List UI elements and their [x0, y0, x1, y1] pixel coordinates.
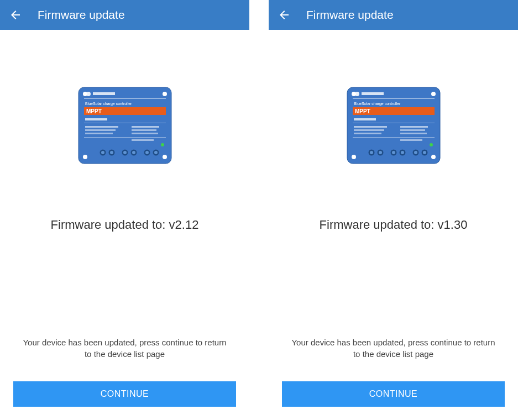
svg-point-24	[132, 151, 135, 154]
svg-point-18	[101, 151, 104, 154]
svg-rect-40	[353, 123, 435, 123]
device-image: BlueSolar charge controller MPPT	[76, 85, 174, 166]
svg-rect-11	[132, 129, 156, 131]
svg-point-29	[83, 92, 87, 96]
svg-point-20	[110, 151, 113, 154]
updated-heading: Firmware updated to: v1.30	[320, 218, 468, 232]
device-model-text: MPPT	[355, 108, 370, 114]
svg-point-22	[123, 151, 127, 154]
svg-point-16	[161, 143, 164, 146]
device-brand-text: BlueSolar charge controller	[354, 102, 401, 106]
svg-rect-43	[354, 129, 384, 131]
svg-rect-12	[85, 133, 113, 134]
svg-rect-14	[84, 137, 166, 138]
svg-rect-47	[353, 137, 435, 138]
svg-rect-39	[354, 118, 376, 120]
svg-point-51	[370, 151, 373, 154]
page-title: Firmware update	[306, 8, 394, 22]
svg-rect-9	[132, 126, 159, 128]
updated-heading: Firmware updated to: v2.12	[51, 218, 199, 232]
svg-rect-8	[85, 126, 118, 128]
svg-rect-36	[362, 92, 384, 95]
svg-rect-7	[84, 123, 166, 123]
device-image: BlueSolar charge controller MPPT	[345, 85, 442, 166]
svg-point-65	[431, 155, 436, 159]
svg-rect-6	[85, 118, 107, 120]
screen-left: Firmware update BlueSolar charge control…	[0, 0, 249, 420]
svg-point-63	[431, 92, 436, 96]
svg-rect-15	[132, 139, 154, 141]
instruction-text: Your device has been updated, press cont…	[13, 337, 236, 361]
svg-rect-42	[400, 126, 428, 128]
screen-right: Firmware update BlueSolar charge control…	[269, 0, 518, 420]
svg-rect-46	[400, 133, 427, 134]
app-bar: Firmware update	[269, 0, 518, 30]
svg-point-57	[401, 151, 404, 154]
svg-rect-10	[85, 129, 116, 131]
svg-rect-13	[132, 133, 158, 134]
svg-point-61	[423, 151, 426, 154]
svg-point-30	[163, 92, 167, 96]
svg-point-31	[83, 155, 87, 159]
device-model-text: MPPT	[86, 108, 102, 114]
svg-rect-41	[354, 126, 387, 128]
svg-point-53	[379, 151, 382, 154]
page-title: Firmware update	[38, 8, 125, 22]
back-icon[interactable]	[9, 8, 22, 22]
svg-point-28	[154, 151, 158, 154]
svg-rect-44	[400, 129, 425, 131]
svg-point-26	[145, 151, 149, 154]
continue-button[interactable]: CONTINUE	[282, 381, 505, 407]
content-area: BlueSolar charge controller MPPT	[269, 30, 518, 420]
svg-point-59	[414, 151, 417, 154]
svg-rect-45	[354, 133, 381, 134]
instruction-text: Your device has been updated, press cont…	[282, 337, 505, 361]
svg-rect-3	[93, 92, 115, 95]
svg-point-64	[352, 155, 356, 159]
svg-rect-4	[84, 98, 166, 99]
svg-point-55	[392, 151, 395, 154]
svg-point-62	[352, 92, 356, 96]
svg-point-49	[430, 143, 433, 146]
continue-button[interactable]: CONTINUE	[13, 381, 236, 407]
app-bar: Firmware update	[0, 0, 249, 30]
back-icon[interactable]	[278, 8, 291, 22]
content-area: BlueSolar charge controller MPPT	[0, 30, 249, 420]
svg-point-32	[163, 155, 167, 159]
svg-rect-37	[353, 98, 435, 99]
svg-rect-48	[400, 139, 422, 141]
device-brand-text: BlueSolar charge controller	[85, 102, 132, 106]
